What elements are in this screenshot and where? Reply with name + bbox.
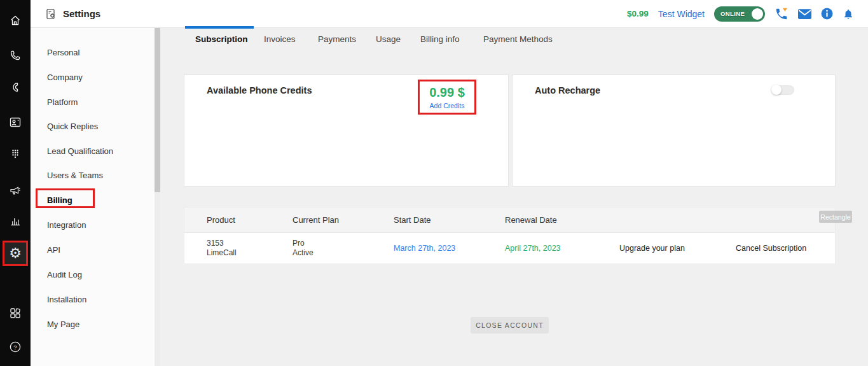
add-credits-link[interactable]: Add Credits	[430, 102, 465, 109]
magnet-icon[interactable]	[0, 80, 31, 95]
billing-tabs: Subscription Invoices Payments Usage Bil…	[160, 28, 868, 52]
sidebar-item-audit-log[interactable]: Audit Log	[47, 270, 82, 279]
auto-recharge-title: Auto Recharge	[535, 85, 600, 95]
table-row: 3153 LimeCall Pro Active March 27th, 202…	[184, 233, 835, 264]
start-date-cell: March 27th, 2023	[394, 244, 505, 253]
billing-annotation-rectangle	[36, 188, 95, 208]
info-icon[interactable]	[821, 8, 833, 20]
sidebar-item-my-page[interactable]: My Page	[47, 320, 79, 329]
auto-recharge-card: Auto Recharge	[512, 74, 836, 187]
sidebar-item-integration[interactable]: Integration	[47, 220, 86, 230]
credits-annotation-rectangle: 0.99 $ Add Credits	[418, 80, 476, 115]
credits-amount: 0.99 $	[429, 85, 465, 100]
col-header-product: Product	[207, 215, 293, 225]
plan-status: Active	[293, 248, 313, 257]
col-header-renewal-date: Renewal Date	[505, 215, 619, 225]
sidebar-item-personal[interactable]: Personal	[47, 48, 79, 57]
settings-icon[interactable]: ⚙	[9, 246, 22, 260]
settings-sidebar: Personal Company Platform Quick Replies …	[31, 28, 160, 366]
sidebar-item-platform[interactable]: Platform	[47, 97, 78, 107]
tab-billing-info[interactable]: Billing info	[420, 34, 460, 44]
renewal-date-cell: April 27th, 2023	[505, 244, 619, 253]
sidebar-item-lead-qualification[interactable]: Lead Qualification	[47, 146, 113, 156]
col-header-start-date: Start Date	[394, 215, 505, 225]
product-name: LimeCall	[207, 248, 237, 257]
topbar: Settings $0.99 Test Widget ONLINE	[31, 0, 868, 28]
sidebar-scrollbar-thumb[interactable]	[155, 28, 160, 192]
sidebar-scrollbar[interactable]	[155, 28, 160, 366]
callback-phone-icon[interactable]	[775, 7, 789, 21]
credits-card-title: Available Phone Credits	[207, 85, 312, 95]
auto-recharge-toggle-knob	[771, 85, 782, 95]
col-header-current-plan: Current Plan	[293, 215, 394, 225]
billing-content: Subscription Invoices Payments Usage Bil…	[160, 28, 868, 366]
tab-usage[interactable]: Usage	[376, 34, 401, 44]
contacts-icon[interactable]	[0, 115, 31, 130]
credit-balance: $0.99	[627, 9, 649, 18]
phone-icon[interactable]	[0, 48, 31, 63]
sidebar-item-users-teams[interactable]: Users & Teams	[47, 171, 103, 180]
analytics-icon[interactable]	[0, 213, 31, 229]
dialpad-icon[interactable]	[0, 146, 31, 162]
settings-doc-icon	[45, 8, 57, 20]
page-title: Settings	[63, 8, 100, 19]
available-credits-card: Available Phone Credits 0.99 $ Add Credi…	[184, 74, 509, 187]
subscription-table: Product Current Plan Start Date Renewal …	[184, 207, 836, 264]
sidebar-item-quick-replies[interactable]: Quick Replies	[47, 122, 98, 131]
tab-payments[interactable]: Payments	[318, 34, 356, 44]
active-tab-indicator	[185, 26, 254, 29]
bell-icon[interactable]	[843, 8, 854, 20]
home-icon[interactable]	[0, 13, 31, 28]
subscription-table-header: Product Current Plan Start Date Renewal …	[184, 208, 835, 233]
tab-payment-methods[interactable]: Payment Methods	[483, 34, 553, 44]
settings-icon-highlight: ⚙	[3, 241, 28, 266]
online-toggle-knob	[752, 8, 763, 20]
sidebar-item-installation[interactable]: Installation	[47, 295, 86, 304]
tab-subscription[interactable]: Subscription	[195, 34, 248, 44]
plan-cell: Pro Active	[293, 239, 394, 258]
online-status-toggle[interactable]: ONLINE	[714, 6, 765, 22]
product-cell: 3153 LimeCall	[207, 239, 293, 258]
help-icon[interactable]: ?	[0, 339, 31, 355]
tab-invoices[interactable]: Invoices	[264, 34, 296, 44]
online-status-label: ONLINE	[720, 10, 745, 17]
product-id: 3153	[207, 239, 224, 248]
auto-recharge-toggle[interactable]	[771, 85, 794, 95]
topbar-right: $0.99 Test Widget ONLINE	[627, 6, 854, 22]
topbar-title-group: Settings	[45, 8, 100, 20]
widget-selector[interactable]: Test Widget	[658, 9, 705, 19]
sidebar-item-company[interactable]: Company	[47, 73, 83, 82]
close-account-button[interactable]: CLOSE ACCOUNT	[471, 317, 549, 334]
upgrade-plan-link[interactable]: Upgrade your plan	[619, 244, 736, 253]
apps-icon[interactable]	[0, 306, 31, 321]
mail-icon[interactable]	[798, 9, 811, 19]
plan-name: Pro	[293, 239, 305, 248]
rectangle-annotation-tag: Rectangle	[819, 211, 852, 223]
cancel-subscription-link[interactable]: Cancel Subscription	[736, 244, 835, 253]
app-screen: ⚙ ? Settings $0.99 Test Widget ONLINE	[0, 0, 868, 366]
svg-text:?: ?	[13, 344, 17, 351]
megaphone-icon[interactable]	[0, 183, 31, 198]
sidebar-item-api[interactable]: API	[47, 245, 60, 255]
icon-rail: ⚙ ?	[0, 0, 31, 366]
